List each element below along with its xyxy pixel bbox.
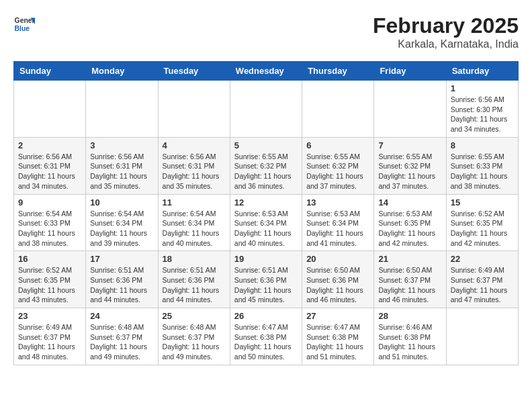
weekday-header-thursday: Thursday — [302, 62, 374, 81]
weekday-header-friday: Friday — [374, 62, 446, 81]
day-cell: 21Sunrise: 6:50 AM Sunset: 6:37 PM Dayli… — [374, 251, 446, 308]
day-info: Sunrise: 6:49 AM Sunset: 6:37 PM Dayligh… — [451, 265, 514, 305]
day-info: Sunrise: 6:52 AM Sunset: 6:35 PM Dayligh… — [451, 209, 514, 248]
week-row-3: 9Sunrise: 6:54 AM Sunset: 6:33 PM Daylig… — [14, 194, 519, 251]
week-row-4: 16Sunrise: 6:52 AM Sunset: 6:35 PM Dayli… — [14, 251, 519, 308]
day-cell — [374, 81, 446, 138]
day-cell: 6Sunrise: 6:55 AM Sunset: 6:32 PM Daylig… — [302, 137, 374, 194]
weekday-header-saturday: Saturday — [446, 62, 518, 81]
day-info: Sunrise: 6:55 AM Sunset: 6:32 PM Dayligh… — [378, 152, 441, 191]
day-number: 20 — [306, 254, 369, 264]
day-number: 11 — [163, 197, 226, 208]
day-number: 24 — [90, 311, 153, 321]
day-number: 4 — [163, 140, 226, 150]
day-cell: 5Sunrise: 6:55 AM Sunset: 6:32 PM Daylig… — [230, 137, 302, 194]
logo: General Blue — [13, 13, 35, 35]
weekday-header-tuesday: Tuesday — [158, 62, 230, 81]
day-info: Sunrise: 6:55 AM Sunset: 6:32 PM Dayligh… — [306, 152, 369, 191]
day-info: Sunrise: 6:54 AM Sunset: 6:34 PM Dayligh… — [163, 209, 226, 248]
day-cell: 13Sunrise: 6:53 AM Sunset: 6:34 PM Dayli… — [302, 194, 374, 251]
day-cell: 23Sunrise: 6:49 AM Sunset: 6:37 PM Dayli… — [14, 308, 86, 365]
day-number: 13 — [306, 197, 369, 208]
weekday-header-sunday: Sunday — [14, 62, 86, 81]
day-cell: 25Sunrise: 6:48 AM Sunset: 6:37 PM Dayli… — [158, 308, 230, 365]
day-info: Sunrise: 6:56 AM Sunset: 6:31 PM Dayligh… — [90, 152, 153, 191]
day-info: Sunrise: 6:54 AM Sunset: 6:33 PM Dayligh… — [18, 209, 81, 248]
logo-icon: General Blue — [13, 13, 35, 35]
day-number: 10 — [90, 197, 153, 208]
day-info: Sunrise: 6:46 AM Sunset: 6:38 PM Dayligh… — [378, 322, 441, 362]
day-info: Sunrise: 6:48 AM Sunset: 6:37 PM Dayligh… — [163, 322, 226, 362]
day-cell — [86, 81, 158, 138]
week-row-1: 1Sunrise: 6:56 AM Sunset: 6:30 PM Daylig… — [14, 81, 519, 138]
day-cell — [230, 81, 302, 138]
day-number: 19 — [234, 254, 298, 264]
day-number: 1 — [451, 83, 514, 93]
day-info: Sunrise: 6:54 AM Sunset: 6:34 PM Dayligh… — [90, 209, 153, 248]
day-cell — [302, 81, 374, 138]
page-title: February 2025 — [373, 13, 519, 38]
day-cell: 1Sunrise: 6:56 AM Sunset: 6:30 PM Daylig… — [446, 81, 518, 138]
day-cell: 10Sunrise: 6:54 AM Sunset: 6:34 PM Dayli… — [86, 194, 158, 251]
day-cell: 8Sunrise: 6:55 AM Sunset: 6:33 PM Daylig… — [446, 137, 518, 194]
page-subtitle: Karkala, Karnataka, India — [373, 38, 519, 50]
day-cell: 19Sunrise: 6:51 AM Sunset: 6:36 PM Dayli… — [230, 251, 302, 308]
day-info: Sunrise: 6:47 AM Sunset: 6:38 PM Dayligh… — [234, 322, 298, 362]
day-number: 9 — [18, 197, 81, 208]
day-cell: 24Sunrise: 6:48 AM Sunset: 6:37 PM Dayli… — [86, 308, 158, 365]
day-number: 18 — [163, 254, 226, 264]
day-number: 27 — [306, 311, 369, 321]
day-info: Sunrise: 6:56 AM Sunset: 6:31 PM Dayligh… — [163, 152, 226, 191]
day-number: 23 — [18, 311, 81, 321]
day-info: Sunrise: 6:50 AM Sunset: 6:37 PM Dayligh… — [378, 265, 441, 305]
day-cell: 4Sunrise: 6:56 AM Sunset: 6:31 PM Daylig… — [158, 137, 230, 194]
day-info: Sunrise: 6:53 AM Sunset: 6:34 PM Dayligh… — [234, 209, 298, 248]
day-cell: 26Sunrise: 6:47 AM Sunset: 6:38 PM Dayli… — [230, 308, 302, 365]
day-cell: 22Sunrise: 6:49 AM Sunset: 6:37 PM Dayli… — [446, 251, 518, 308]
day-number: 25 — [163, 311, 226, 321]
day-number: 7 — [378, 140, 441, 150]
day-cell — [158, 81, 230, 138]
day-info: Sunrise: 6:48 AM Sunset: 6:37 PM Dayligh… — [90, 322, 153, 362]
day-cell: 27Sunrise: 6:47 AM Sunset: 6:38 PM Dayli… — [302, 308, 374, 365]
day-number: 2 — [18, 140, 81, 150]
day-cell: 11Sunrise: 6:54 AM Sunset: 6:34 PM Dayli… — [158, 194, 230, 251]
day-number: 26 — [234, 311, 298, 321]
day-number: 14 — [378, 197, 441, 208]
day-info: Sunrise: 6:49 AM Sunset: 6:37 PM Dayligh… — [18, 322, 81, 362]
day-info: Sunrise: 6:51 AM Sunset: 6:36 PM Dayligh… — [163, 265, 226, 305]
day-cell: 28Sunrise: 6:46 AM Sunset: 6:38 PM Dayli… — [374, 308, 446, 365]
day-info: Sunrise: 6:53 AM Sunset: 6:34 PM Dayligh… — [306, 209, 369, 248]
day-info: Sunrise: 6:56 AM Sunset: 6:30 PM Dayligh… — [451, 95, 514, 134]
day-cell: 7Sunrise: 6:55 AM Sunset: 6:32 PM Daylig… — [374, 137, 446, 194]
day-number: 12 — [234, 197, 298, 208]
day-cell: 17Sunrise: 6:51 AM Sunset: 6:36 PM Dayli… — [86, 251, 158, 308]
day-cell: 14Sunrise: 6:53 AM Sunset: 6:35 PM Dayli… — [374, 194, 446, 251]
weekday-header-monday: Monday — [86, 62, 158, 81]
day-number: 21 — [378, 254, 441, 264]
day-number: 3 — [90, 140, 153, 150]
day-cell: 15Sunrise: 6:52 AM Sunset: 6:35 PM Dayli… — [446, 194, 518, 251]
day-info: Sunrise: 6:55 AM Sunset: 6:33 PM Dayligh… — [451, 152, 514, 191]
title-block: February 2025 Karkala, Karnataka, India — [373, 13, 519, 50]
day-info: Sunrise: 6:50 AM Sunset: 6:36 PM Dayligh… — [306, 265, 369, 305]
calendar-table: SundayMondayTuesdayWednesdayThursdayFrid… — [13, 61, 519, 365]
day-number: 16 — [18, 254, 81, 264]
svg-text:Blue: Blue — [15, 25, 30, 32]
day-info: Sunrise: 6:56 AM Sunset: 6:31 PM Dayligh… — [18, 152, 81, 191]
day-number: 22 — [451, 254, 514, 264]
day-cell: 9Sunrise: 6:54 AM Sunset: 6:33 PM Daylig… — [14, 194, 86, 251]
day-cell: 20Sunrise: 6:50 AM Sunset: 6:36 PM Dayli… — [302, 251, 374, 308]
day-number: 17 — [90, 254, 153, 264]
week-row-2: 2Sunrise: 6:56 AM Sunset: 6:31 PM Daylig… — [14, 137, 519, 194]
day-info: Sunrise: 6:55 AM Sunset: 6:32 PM Dayligh… — [234, 152, 298, 191]
day-info: Sunrise: 6:51 AM Sunset: 6:36 PM Dayligh… — [90, 265, 153, 305]
page-header: General Blue February 2025 Karkala, Karn… — [13, 13, 519, 50]
day-number: 8 — [451, 140, 514, 150]
day-cell — [14, 81, 86, 138]
week-row-5: 23Sunrise: 6:49 AM Sunset: 6:37 PM Dayli… — [14, 308, 519, 365]
day-number: 5 — [234, 140, 298, 150]
day-info: Sunrise: 6:52 AM Sunset: 6:35 PM Dayligh… — [18, 265, 81, 305]
day-number: 15 — [451, 197, 514, 208]
day-number: 6 — [306, 140, 369, 150]
